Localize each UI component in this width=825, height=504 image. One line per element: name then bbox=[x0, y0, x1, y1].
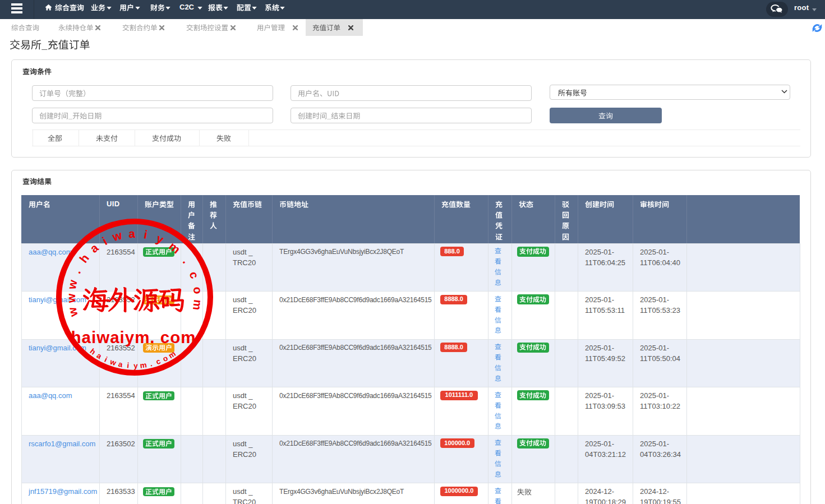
svg-text:y: y bbox=[133, 362, 138, 370]
svg-text:.: . bbox=[181, 256, 193, 266]
svg-text:m: m bbox=[140, 360, 148, 369]
svg-text:a: a bbox=[87, 241, 101, 255]
svg-text:a: a bbox=[128, 227, 136, 241]
svg-text:i: i bbox=[127, 361, 130, 369]
svg-text:y: y bbox=[154, 232, 165, 246]
svg-text:m: m bbox=[191, 299, 205, 311]
svg-text:w: w bbox=[64, 293, 77, 303]
svg-text:o: o bbox=[191, 286, 205, 294]
svg-text:c: c bbox=[187, 270, 202, 280]
svg-text:w: w bbox=[65, 278, 80, 290]
svg-text:w: w bbox=[65, 306, 80, 318]
svg-text:c: c bbox=[155, 357, 162, 366]
svg-text:.: . bbox=[149, 359, 153, 368]
svg-text:h: h bbox=[77, 252, 91, 265]
svg-text:m: m bbox=[167, 239, 183, 256]
svg-text:a: a bbox=[118, 360, 124, 369]
svg-text:i: i bbox=[103, 355, 109, 364]
svg-text:i: i bbox=[100, 234, 109, 247]
svg-text:.: . bbox=[70, 267, 83, 276]
svg-text:haiwaiym. com: haiwaiym. com bbox=[71, 328, 196, 346]
svg-text:i: i bbox=[143, 228, 149, 241]
svg-text:w: w bbox=[110, 228, 124, 243]
